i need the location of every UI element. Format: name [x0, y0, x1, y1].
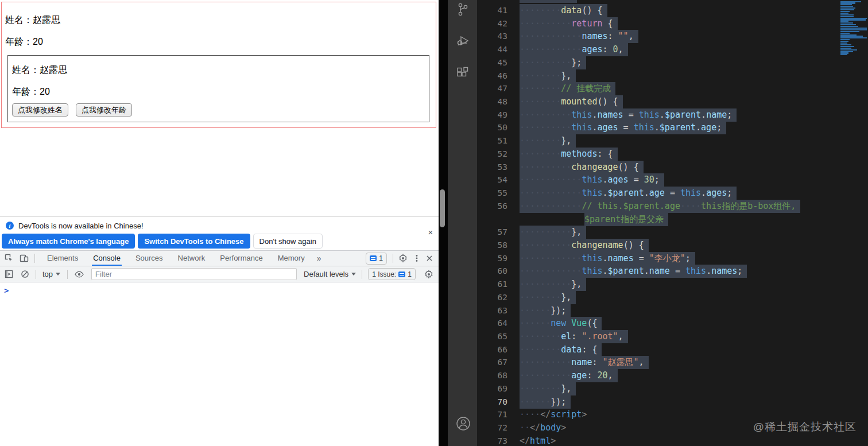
- line-number-69[interactable]: 69: [477, 382, 507, 395]
- tab-sources[interactable]: Sources: [134, 251, 164, 266]
- line-number-53[interactable]: 53: [477, 161, 507, 174]
- line-number-63[interactable]: 63: [477, 304, 507, 317]
- code-line-45[interactable]: ··········};: [520, 56, 586, 69]
- console-output-area[interactable]: >: [0, 282, 439, 414]
- code-line-41[interactable]: ········data() {: [520, 4, 607, 17]
- settings-gear-icon[interactable]: [398, 254, 408, 263]
- line-number-41[interactable]: 41: [477, 4, 507, 17]
- tab-performance[interactable]: Performance: [219, 251, 264, 266]
- line-number-47[interactable]: 47: [477, 82, 507, 95]
- line-number-56[interactable]: 56: [477, 200, 507, 213]
- line-number-59[interactable]: 59: [477, 252, 507, 265]
- code-line-48[interactable]: ········mounted() {: [520, 95, 623, 108]
- code-line-wrap[interactable]: $parent指的是父亲: [584, 213, 668, 226]
- line-number-64[interactable]: 64: [477, 317, 507, 330]
- line-number-45[interactable]: 45: [477, 56, 507, 69]
- tab-memory[interactable]: Memory: [277, 251, 306, 266]
- kebab-menu-icon[interactable]: [412, 254, 421, 263]
- line-number-51[interactable]: 51: [477, 134, 507, 148]
- code-line-66[interactable]: ········data: {: [520, 343, 602, 356]
- account-icon[interactable]: [455, 416, 470, 431]
- extensions-icon[interactable]: [455, 65, 470, 80]
- line-number-67[interactable]: 67: [477, 356, 507, 369]
- code-line-60[interactable]: ············this.$parent.name = this.nam…: [520, 265, 747, 278]
- code-line-57[interactable]: ··········},: [520, 226, 586, 239]
- line-number-52[interactable]: 52: [477, 148, 507, 161]
- banner-button-2[interactable]: Don't show again: [253, 234, 323, 249]
- page-button-0[interactable]: 点我修改姓名: [12, 103, 68, 117]
- code-editor[interactable]: 4142434445464748495051525354555657585960…: [477, 0, 868, 446]
- banner-button-0[interactable]: Always match Chrome's language: [2, 234, 135, 249]
- console-prompt-chevron[interactable]: >: [4, 286, 9, 295]
- line-number-73[interactable]: 73: [477, 435, 507, 446]
- line-number-60[interactable]: 60: [477, 265, 507, 278]
- code-line-47[interactable]: ········// 挂载完成: [520, 82, 615, 95]
- code-line-65[interactable]: ········el: ".root",: [520, 330, 628, 343]
- code-area[interactable]: ········data() {··········return {······…: [520, 0, 840, 446]
- line-number-68[interactable]: 68: [477, 369, 507, 382]
- code-line-53[interactable]: ··········changeage() {: [520, 161, 644, 174]
- run-debug-icon[interactable]: [455, 33, 470, 48]
- code-line-62[interactable]: ········},: [520, 291, 576, 304]
- code-line-72[interactable]: ··</body>: [520, 421, 566, 435]
- browser-scrollbar-thumb[interactable]: [440, 189, 445, 227]
- tab-elements[interactable]: Elements: [46, 251, 79, 266]
- line-number-55[interactable]: 55: [477, 187, 507, 200]
- code-line-63[interactable]: ······});: [520, 304, 571, 317]
- code-line-61[interactable]: ··········},: [520, 278, 586, 291]
- more-tabs-chevron[interactable]: »: [317, 254, 321, 263]
- line-number-42[interactable]: 42: [477, 17, 507, 30]
- code-line-73[interactable]: </html>: [520, 435, 556, 446]
- code-line-46[interactable]: ········},: [520, 69, 576, 83]
- source-control-icon[interactable]: [455, 2, 470, 17]
- code-line-49[interactable]: ··········this.names = this.$parent.name…: [520, 108, 737, 122]
- code-line-50[interactable]: ··········this.ages = this.$parent.age;: [520, 121, 726, 134]
- code-line-59[interactable]: ············this.names = "李小龙";: [520, 252, 695, 265]
- code-line-56[interactable]: ············// this.$parent.age····this指…: [520, 200, 800, 213]
- line-number-46[interactable]: 46: [477, 69, 507, 83]
- device-toolbar-icon[interactable]: [20, 254, 29, 263]
- line-number-48[interactable]: 48: [477, 95, 507, 108]
- line-number-54[interactable]: 54: [477, 173, 507, 187]
- line-number-49[interactable]: 49: [477, 108, 507, 122]
- line-number-70[interactable]: 70: [477, 395, 507, 409]
- code-line-51[interactable]: ········},: [520, 134, 576, 148]
- inspect-icon[interactable]: [5, 254, 14, 263]
- code-line-67[interactable]: ··········name: "赵露思",: [520, 356, 649, 369]
- line-number-66[interactable]: 66: [477, 343, 507, 356]
- line-number-58[interactable]: 58: [477, 239, 507, 252]
- banner-button-1[interactable]: Switch DevTools to Chinese: [138, 234, 250, 249]
- code-line-69[interactable]: ········},: [520, 382, 576, 395]
- line-number-65[interactable]: 65: [477, 330, 507, 343]
- code-line-52[interactable]: ········methods: {: [520, 148, 618, 161]
- editor-minimap[interactable]: [840, 0, 868, 63]
- line-number-62[interactable]: 62: [477, 291, 507, 304]
- code-line-44[interactable]: ············ages: 0,: [520, 43, 628, 56]
- default-levels-dropdown[interactable]: Default levels: [304, 270, 356, 278]
- page-button-1[interactable]: 点我修改年龄: [76, 103, 132, 117]
- line-number-71[interactable]: 71: [477, 408, 507, 421]
- tab-console[interactable]: Console: [92, 251, 122, 266]
- code-line-70[interactable]: ······});: [520, 395, 571, 409]
- code-line-43[interactable]: ············names: "",: [520, 30, 638, 43]
- clear-console-icon[interactable]: [20, 270, 29, 279]
- line-number-61[interactable]: 61: [477, 278, 507, 291]
- line-number-57[interactable]: 57: [477, 226, 507, 239]
- code-line-71[interactable]: ····</script>: [520, 408, 587, 421]
- console-messages-badge[interactable]: 1: [366, 253, 387, 265]
- code-line-54[interactable]: ············this.ages = 30;: [520, 173, 664, 187]
- code-line-58[interactable]: ··········changename() {: [520, 239, 649, 252]
- live-expression-eye-icon[interactable]: [75, 270, 84, 279]
- context-selector[interactable]: top: [42, 270, 60, 278]
- code-line-55[interactable]: ············this.$parent.age = this.ages…: [520, 187, 737, 200]
- issues-badge[interactable]: 1 Issue: 1: [368, 268, 416, 280]
- line-number-43[interactable]: 43: [477, 30, 507, 43]
- console-settings-gear-icon[interactable]: [424, 270, 433, 279]
- code-line-42[interactable]: ··········return {: [520, 17, 618, 30]
- line-number-50[interactable]: 50: [477, 121, 507, 134]
- line-number-72[interactable]: 72: [477, 421, 507, 435]
- code-line-68[interactable]: ··········age: 20,: [520, 369, 618, 382]
- tab-network[interactable]: Network: [177, 251, 207, 266]
- filter-input[interactable]: [91, 268, 297, 280]
- code-line-64[interactable]: ······new Vue({: [520, 317, 602, 330]
